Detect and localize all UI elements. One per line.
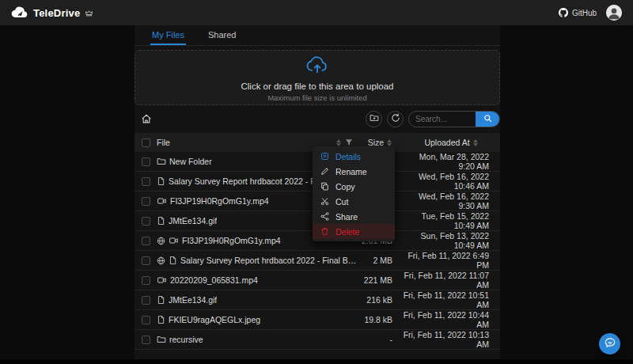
sync-icon	[391, 113, 400, 125]
file-size: 216 kB	[358, 295, 402, 305]
file-uploaded-at: Fri, Feb 11, 2022 11:07 AM	[402, 271, 500, 290]
row-checkbox[interactable]	[142, 256, 150, 265]
file-name[interactable]: JMtEe134.gif	[169, 295, 217, 305]
upload-main-text: Click or drag file to this area to uploa…	[241, 82, 393, 91]
upload-dropzone[interactable]: Click or drag file to this area to uploa…	[135, 50, 500, 105]
select-all-checkbox[interactable]	[142, 138, 150, 147]
file-uploaded-at: Mon, Mar 28, 2022 9:20 AM	[402, 152, 500, 171]
menu-item-delete[interactable]: Delete	[313, 224, 395, 239]
cloud-upload-icon	[305, 54, 329, 78]
github-label: GitHub	[572, 9, 597, 17]
file-size: 221 MB	[358, 275, 402, 285]
menu-item-cut[interactable]: Cut	[313, 194, 395, 209]
app-title: TeleDrive	[33, 7, 80, 19]
file-name[interactable]: FI3JP19H0RgOmG1y.mp4	[170, 196, 269, 206]
context-menu: Details Rename Copy Cut Share Delete	[313, 146, 395, 241]
details-icon	[320, 152, 329, 161]
row-checkbox[interactable]	[142, 157, 150, 166]
row-checkbox[interactable]	[142, 237, 150, 245]
sort-size-icon[interactable]	[387, 139, 392, 146]
search-button[interactable]	[476, 111, 499, 127]
page: TeleDrive GitHub My Files Shared	[0, 0, 633, 364]
delete-icon	[320, 227, 329, 236]
chat-icon	[605, 337, 616, 351]
folder-icon	[157, 157, 166, 166]
file-icon	[157, 295, 165, 305]
cloud-logo-icon	[11, 6, 28, 19]
column-uploaded-at[interactable]: Uploaded At	[402, 138, 500, 147]
filter-icon[interactable]	[345, 138, 353, 146]
folder-add-icon	[370, 113, 379, 125]
crown-icon	[85, 9, 93, 17]
video-icon	[157, 196, 167, 206]
new-folder-button[interactable]	[366, 111, 382, 127]
file-uploaded-at: Wed, Feb 16, 2022 9:30 AM	[402, 191, 500, 210]
menu-item-share[interactable]: Share	[313, 209, 395, 224]
chat-fab-button[interactable]	[599, 333, 620, 355]
copy-icon	[320, 182, 329, 191]
globe-icon	[157, 237, 165, 245]
file-name[interactable]: FKIEU9ragAQEGLx.jpeg	[169, 315, 260, 324]
folder-icon	[157, 335, 166, 344]
menu-item-details[interactable]: Details	[313, 149, 395, 164]
tab-my-files[interactable]: My Files	[150, 27, 186, 45]
file-icon	[157, 176, 165, 186]
refresh-button[interactable]	[387, 111, 404, 127]
user-avatar[interactable]	[606, 5, 622, 21]
file-size: 19.8 kB	[358, 315, 402, 324]
file-uploaded-at: Sun, Feb 13, 2022 10:49 AM	[402, 231, 500, 250]
search-box	[408, 111, 500, 127]
file-icon	[157, 216, 165, 226]
navbar-right: GitHub	[559, 5, 622, 21]
footer-strip	[0, 359, 633, 364]
file-name[interactable]: New Folder	[169, 157, 212, 166]
file-uploaded-at: Fri, Feb 11, 2022 10:13 AM	[402, 330, 500, 349]
video-icon	[169, 236, 179, 245]
table-row[interactable]: 20220209_065831.mp4 221 MB Fri, Feb 11, …	[135, 271, 500, 290]
file-name[interactable]: recursive	[169, 335, 203, 344]
globe-icon	[157, 256, 165, 265]
row-checkbox[interactable]	[142, 316, 150, 324]
file-uploaded-at: Fri, Feb 11, 2022 10:44 AM	[402, 310, 500, 329]
github-link[interactable]: GitHub	[559, 8, 597, 17]
row-checkbox[interactable]	[142, 177, 150, 186]
table-row[interactable]: JMtEe134.gif 216 kB Fri, Feb 11, 2022 10…	[135, 290, 500, 310]
file-name[interactable]: 20220209_065831.mp4	[170, 275, 258, 285]
row-checkbox[interactable]	[142, 336, 150, 344]
row-checkbox[interactable]	[142, 296, 150, 305]
search-icon	[483, 113, 492, 125]
top-navbar: TeleDrive GitHub	[0, 0, 633, 25]
menu-item-rename[interactable]: Rename	[313, 164, 395, 179]
file-icon	[169, 256, 177, 265]
rename-icon	[320, 167, 329, 176]
file-uploaded-at: Tue, Feb 15, 2022 10:49 AM	[402, 211, 500, 230]
share-icon	[320, 212, 329, 221]
file-name[interactable]: Salary Survey Report hrdbacot 2022 - Fin…	[180, 256, 358, 265]
video-icon	[157, 275, 167, 285]
home-icon[interactable]	[135, 113, 152, 124]
search-input[interactable]	[409, 112, 476, 127]
cut-icon	[320, 197, 329, 206]
app-logo[interactable]: TeleDrive	[11, 6, 93, 19]
table-row[interactable]: FKIEU9ragAQEGLx.jpeg 19.8 kB Fri, Feb 11…	[135, 310, 500, 330]
file-name[interactable]: FI3JP19H0RgOmG1y.mp4	[182, 236, 281, 245]
sort-file-icon[interactable]	[336, 139, 341, 146]
file-icon	[157, 315, 165, 324]
toolbar	[135, 109, 500, 128]
github-icon	[559, 8, 568, 17]
menu-item-copy[interactable]: Copy	[313, 179, 395, 194]
tab-shared[interactable]: Shared	[207, 27, 237, 45]
file-name[interactable]: JMtEe134.gif	[169, 216, 217, 226]
sort-uploaded-icon[interactable]	[473, 139, 478, 146]
toolbar-right	[366, 111, 500, 127]
table-row[interactable]: Salary Survey Report hrdbacot 2022 - Fin…	[135, 251, 500, 271]
tabs-bar: My Files Shared	[135, 25, 500, 46]
row-checkbox[interactable]	[142, 217, 150, 226]
file-uploaded-at: Wed, Feb 16, 2022 10:46 AM	[402, 172, 500, 191]
file-uploaded-at: Fri, Feb 11, 2022 10:51 AM	[402, 290, 500, 309]
table-row[interactable]: recursive - Fri, Feb 11, 2022 10:13 AM	[135, 330, 500, 350]
file-size: -	[358, 335, 402, 344]
file-size: 2 MB	[358, 256, 402, 265]
row-checkbox[interactable]	[142, 276, 150, 285]
row-checkbox[interactable]	[142, 197, 150, 206]
